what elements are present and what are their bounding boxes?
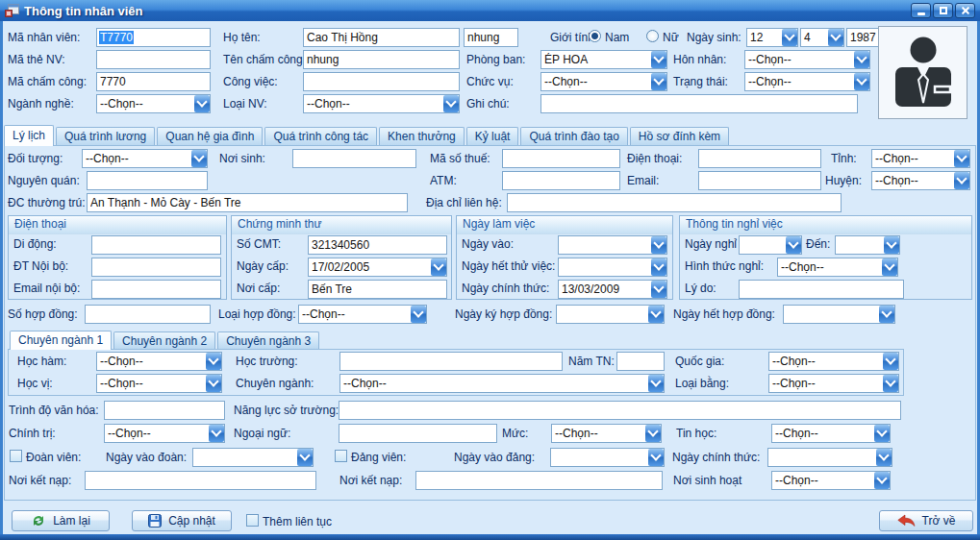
hoc-truong-input[interactable] <box>339 352 563 371</box>
ngay-het-hop-dong-dropdown[interactable] <box>783 305 895 324</box>
tab-ky-luat[interactable]: Kỷ luật <box>466 127 519 146</box>
chevron-down-icon[interactable] <box>651 236 666 254</box>
ly-do-input[interactable] <box>739 280 904 299</box>
noi-sinh-hoat-dropdown[interactable]: --Chọn-- <box>771 471 891 490</box>
ngay-cap-dropdown[interactable]: 17/02/2005 <box>308 258 447 277</box>
dien-thoai-input[interactable] <box>698 149 821 168</box>
chevron-down-icon[interactable] <box>191 150 207 167</box>
ghi-chu-input[interactable] <box>540 94 858 113</box>
chevron-down-icon[interactable] <box>786 236 801 254</box>
ngay-het-thu-viec-dropdown[interactable] <box>558 258 667 277</box>
email-input[interactable] <box>698 171 821 190</box>
chevron-down-icon[interactable] <box>782 29 797 46</box>
chevron-down-icon[interactable] <box>209 425 224 442</box>
atm-input[interactable] <box>502 171 620 190</box>
nang-luc-so-truong-input[interactable] <box>339 401 901 420</box>
loai-hop-dong-dropdown[interactable]: --Chọn-- <box>298 305 427 324</box>
chevron-down-icon[interactable] <box>411 306 426 323</box>
ngay-ky-hop-dong-dropdown[interactable] <box>556 305 665 324</box>
ngay-vao-dropdown[interactable] <box>558 235 667 255</box>
ngay-sinh-day-dropdown[interactable]: 12 <box>746 28 798 47</box>
tinh-dropdown[interactable]: --Chọn-- <box>871 149 970 168</box>
tab-khen-thuong[interactable]: Khen thưởng <box>379 127 465 146</box>
ngay-chinh-thuc-dang-dropdown[interactable] <box>767 448 892 467</box>
tab-ly-lich[interactable]: Lý lịch <box>4 125 54 146</box>
chevron-down-icon[interactable] <box>874 425 890 442</box>
ten-thuong-goi-input[interactable] <box>464 28 518 47</box>
chevron-down-icon[interactable] <box>883 375 898 392</box>
chevron-down-icon[interactable] <box>443 95 459 112</box>
chevron-down-icon[interactable] <box>954 150 969 167</box>
ma-the-nv-input[interactable] <box>96 50 211 69</box>
so-cmt-input[interactable] <box>308 235 447 255</box>
chevron-down-icon[interactable] <box>954 172 969 189</box>
loai-nv-dropdown[interactable]: --Chọn-- <box>303 94 460 113</box>
chevron-down-icon[interactable] <box>206 353 221 370</box>
dia-chi-lien-he-input[interactable] <box>507 193 842 212</box>
tro-ve-button[interactable]: Trở về <box>879 510 973 531</box>
gioi-tinh-nu-radio[interactable] <box>646 30 659 42</box>
chevron-down-icon[interactable] <box>651 258 666 276</box>
tab-qua-trinh-luong[interactable]: Quá trình lương <box>56 127 155 146</box>
chevron-down-icon[interactable] <box>648 449 664 466</box>
chevron-down-icon[interactable] <box>828 29 843 46</box>
muc-dropdown[interactable]: --Chọn-- <box>551 424 662 443</box>
chevron-down-icon[interactable] <box>297 449 313 466</box>
close-button[interactable] <box>955 3 975 18</box>
den-dropdown[interactable] <box>835 235 900 255</box>
chevron-down-icon[interactable] <box>884 236 899 254</box>
dang-vien-checkbox[interactable] <box>335 450 347 462</box>
maximize-button[interactable] <box>933 3 953 18</box>
chuc-vu-dropdown[interactable]: --Chọn-- <box>540 72 667 91</box>
nganh-nghe-dropdown[interactable]: --Chọn-- <box>96 94 211 113</box>
tab-qua-trinh-dao-tao[interactable]: Quá trình đào tạo <box>520 127 627 146</box>
doan-vien-checkbox[interactable] <box>10 450 22 462</box>
ngay-sinh-month-dropdown[interactable]: 4 <box>800 28 844 47</box>
phong-ban-dropdown[interactable]: ÉP HOA <box>540 50 667 69</box>
chevron-down-icon[interactable] <box>651 73 666 90</box>
nam-tn-input[interactable] <box>616 352 665 371</box>
chevron-down-icon[interactable] <box>879 306 894 323</box>
email-noi-bo-input[interactable] <box>91 280 221 299</box>
chinh-tri-dropdown[interactable]: --Chọn-- <box>104 424 225 443</box>
tab-chuyen-nganh-1[interactable]: Chuyên ngành 1 <box>10 331 112 350</box>
trinh-do-van-hoa-input[interactable] <box>104 401 225 420</box>
noi-sinh-input[interactable] <box>292 149 416 168</box>
cap-nhat-button[interactable]: Cập nhật <box>132 510 232 531</box>
minimize-button[interactable] <box>911 3 931 18</box>
chevron-down-icon[interactable] <box>431 258 446 276</box>
ngay-chinh-thuc-dropdown[interactable]: 13/03/2009 <box>558 280 667 299</box>
chevron-down-icon[interactable] <box>876 449 892 466</box>
chevron-down-icon[interactable] <box>651 51 666 68</box>
noi-ket-nap-dang-input[interactable] <box>415 471 663 490</box>
so-hop-dong-input[interactable] <box>85 305 211 324</box>
ngoai-ngu-input[interactable] <box>339 424 497 443</box>
nguyen-quan-input[interactable] <box>87 171 208 190</box>
ngay-nghi-dropdown[interactable] <box>739 235 802 255</box>
tab-quan-he-gia-dinh[interactable]: Quan hệ gia đình <box>157 127 263 146</box>
chevron-down-icon[interactable] <box>206 375 221 392</box>
di-dong-input[interactable] <box>91 235 221 255</box>
hoc-vi-dropdown[interactable]: --Chọn-- <box>96 374 222 393</box>
quoc-gia-dropdown[interactable]: --Chọn-- <box>768 352 899 371</box>
chevron-down-icon[interactable] <box>854 73 869 90</box>
hinh-thuc-nghi-dropdown[interactable]: --Chọn-- <box>777 258 898 277</box>
hon-nhan-dropdown[interactable]: --Chọn-- <box>744 50 870 69</box>
chevron-down-icon[interactable] <box>882 258 897 276</box>
chevron-down-icon[interactable] <box>651 281 666 298</box>
gioi-tinh-nam-radio[interactable] <box>589 30 601 42</box>
dc-thuong-tru-input[interactable] <box>87 193 408 212</box>
ten-cham-cong-input[interactable] <box>303 50 460 69</box>
tab-ho-so-dinh-kem[interactable]: Hồ sơ đính kèm <box>630 127 729 146</box>
tab-chuyen-nganh-2[interactable]: Chuyên ngành 2 <box>113 331 215 350</box>
them-lien-tuc-checkbox[interactable] <box>246 514 259 527</box>
chevron-down-icon[interactable] <box>883 353 898 370</box>
tin-hoc-dropdown[interactable]: --Chọn-- <box>771 424 891 443</box>
ngay-vao-doan-dropdown[interactable] <box>192 448 314 467</box>
chevron-down-icon[interactable] <box>645 425 661 442</box>
chevron-down-icon[interactable] <box>648 375 664 392</box>
noi-cap-input[interactable] <box>308 280 447 299</box>
noi-ket-nap-doan-input[interactable] <box>85 471 316 490</box>
ma-nhan-vien-input[interactable]: T7770 <box>96 28 211 47</box>
hoc-ham-dropdown[interactable]: --Chọn-- <box>96 352 222 371</box>
